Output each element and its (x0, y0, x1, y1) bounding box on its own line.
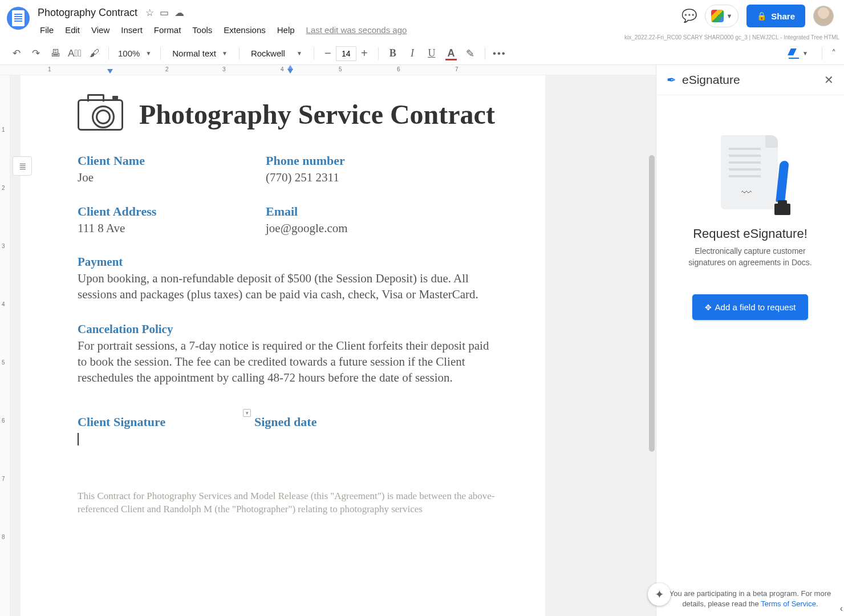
docs-logo[interactable] (7, 7, 30, 30)
zoom-picker[interactable]: 100% ▼ (115, 48, 155, 58)
print-button[interactable]: 🖶 (47, 45, 64, 62)
ruler-tick: 3 (222, 66, 226, 72)
underline-button[interactable]: U (423, 45, 440, 62)
doc-title-input[interactable]: Photography Contract (35, 6, 140, 20)
menu-tools[interactable]: Tools (188, 23, 217, 37)
move-icon[interactable]: ▭ (160, 7, 169, 19)
font-picker[interactable]: Rockwell ▼ (245, 48, 308, 58)
text-color-button[interactable]: A (443, 45, 460, 62)
client-signature-label: Client Signature (78, 415, 254, 429)
comments-icon[interactable]: 💬 (681, 9, 697, 23)
field-dropdown-icon[interactable]: ▾ (243, 409, 251, 417)
menu-help[interactable]: Help (273, 23, 299, 37)
menu-extensions[interactable]: Extensions (219, 23, 270, 37)
font-value: Rockwell (251, 48, 285, 58)
undo-button[interactable]: ↶ (8, 45, 25, 62)
scrollbar-thumb[interactable] (649, 155, 655, 452)
menu-bar: File Edit View Insert Format Tools Exten… (35, 23, 681, 37)
terms-link[interactable]: Terms of Service (761, 599, 816, 608)
ruler-tick: 1 (48, 66, 51, 72)
zoom-value: 100% (118, 48, 140, 58)
paragraph-style-value: Normal text (172, 48, 216, 58)
last-edit-link[interactable]: Last edit was seconds ago (306, 25, 407, 35)
sidebar-collapse-icon[interactable]: ‹ (840, 603, 843, 614)
cancellation-body: For portrait sessions, a 7-day notice is… (78, 338, 500, 386)
highlight-button[interactable]: ✎ (462, 45, 479, 62)
font-size-decrease[interactable]: − (320, 46, 336, 62)
bold-button[interactable]: B (384, 45, 401, 62)
editing-mode-button[interactable]: ▼ (784, 47, 813, 60)
chevron-down-icon: ▼ (145, 50, 151, 56)
chevron-down-icon: ▼ (726, 13, 732, 19)
esignature-subtext: Electronically capture customer signatur… (676, 246, 825, 268)
chevron-down-icon: ▼ (802, 50, 808, 56)
address-value: 111 8 Ave (78, 221, 266, 236)
spellcheck-button[interactable]: A̲ͮ (66, 45, 83, 62)
toolbar: ↶ ↷ 🖶 A̲ͮ 🖌 100% ▼ Normal text ▼ Rockwel… (0, 42, 844, 65)
redo-button[interactable]: ↷ (27, 45, 44, 62)
payment-body: Upon booking, a non-refundable deposit o… (78, 270, 500, 303)
client-name-value: Joe (78, 171, 266, 185)
more-toolbar-button[interactable]: ••• (491, 45, 508, 62)
phone-label: Phone number (266, 153, 500, 168)
menu-format[interactable]: Format (149, 23, 186, 37)
menu-view[interactable]: View (87, 23, 114, 37)
meet-icon (711, 10, 724, 22)
account-avatar[interactable] (813, 6, 834, 26)
close-icon[interactable]: ✕ (824, 73, 834, 87)
ruler-tick: 2 (165, 66, 169, 72)
esignature-panel-title: eSignature (682, 73, 818, 87)
menu-file[interactable]: File (35, 23, 58, 37)
explore-button[interactable]: ✦ (648, 583, 671, 606)
email-label: Email (266, 204, 500, 219)
meet-button[interactable]: ▼ (705, 5, 738, 27)
signed-date-label: Signed date (254, 415, 500, 429)
lock-icon: 🔒 (757, 11, 766, 21)
star-icon[interactable]: ☆ (145, 7, 154, 19)
text-cursor (78, 433, 79, 445)
document-page[interactable]: Photography Service Contract Client Name… (21, 75, 545, 616)
pencil-icon (789, 48, 799, 59)
beta-notice: You are participating in a beta program.… (656, 589, 844, 616)
menu-edit[interactable]: Edit (60, 23, 84, 37)
horizontal-ruler[interactable]: 1 2 3 4 5 6 7 (0, 65, 656, 75)
font-size-input[interactable] (336, 46, 356, 61)
share-button[interactable]: 🔒 Share (746, 5, 805, 27)
esignature-heading: Request eSignature! (693, 226, 808, 241)
paint-format-button[interactable]: 🖌 (86, 45, 103, 62)
cursor-icon: ✥ (705, 303, 712, 312)
esignature-illustration: 〰 (711, 135, 790, 215)
indent-marker-icon[interactable] (107, 69, 113, 74)
ruler-tick: 5 (339, 66, 342, 72)
ruler-tick: 6 (397, 66, 400, 72)
debug-build-string: kix_2022.22-Fri_RC00 SCARY SHARD000 gc_3… (624, 34, 839, 40)
address-label: Client Address (78, 204, 266, 219)
payment-heading: Payment (78, 255, 500, 269)
footer-note: This Contract for Photography Services a… (78, 490, 500, 516)
ruler-tick: 4 (281, 66, 284, 72)
indent-marker-icon[interactable] (287, 69, 293, 74)
chevron-down-icon: ▼ (297, 50, 302, 56)
italic-button[interactable]: I (404, 45, 421, 62)
camera-icon (78, 99, 123, 131)
cloud-icon[interactable]: ☁ (175, 7, 184, 19)
esignature-panel: ✒ eSignature ✕ 〰 Request eSignature! Ele… (656, 65, 844, 616)
chevron-down-icon: ▼ (222, 50, 228, 56)
cancellation-heading: Cancelation Policy (78, 322, 500, 337)
esignature-icon: ✒ (667, 73, 676, 87)
paragraph-style-picker[interactable]: Normal text ▼ (167, 48, 233, 58)
client-name-label: Client Name (78, 153, 266, 168)
phone-value: (770) 251 2311 (266, 171, 500, 185)
hide-menus-button[interactable]: ˄ (831, 48, 836, 59)
doc-heading: Photography Service Contract (139, 100, 495, 130)
email-value: joe@google.com (266, 221, 500, 236)
vertical-ruler[interactable]: 1 2 3 4 5 6 7 8 (0, 75, 10, 616)
outline-toggle[interactable]: ≣ (13, 156, 32, 176)
ruler-tick: 7 (455, 66, 458, 72)
share-label: Share (771, 11, 795, 21)
font-size-increase[interactable]: + (356, 46, 372, 62)
add-field-button[interactable]: ✥ Add a field to request (692, 294, 809, 320)
menu-insert[interactable]: Insert (116, 23, 147, 37)
add-field-label: Add a field to request (715, 302, 796, 312)
